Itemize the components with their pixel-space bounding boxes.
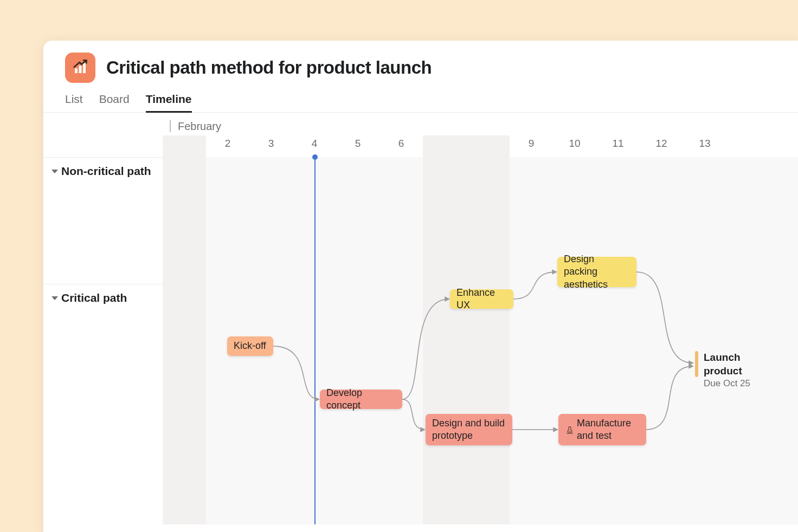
chevron-down-icon — [52, 296, 58, 300]
task-label: Develop concept — [326, 387, 396, 412]
group-label: Critical path — [61, 291, 127, 304]
date-header-cell: 6 — [393, 138, 409, 150]
project-window: Critical path method for product launch … — [43, 41, 798, 532]
task-enhance[interactable]: Enhance UX — [450, 289, 513, 309]
date-header-cell: 10 — [567, 138, 583, 150]
group-toggle-noncritical[interactable]: Non-critical path — [52, 165, 151, 178]
month-tick — [170, 120, 171, 132]
month-label: February — [178, 120, 221, 133]
tab-timeline[interactable]: Timeline — [146, 93, 192, 113]
weekend-band — [163, 135, 206, 524]
task-develop[interactable]: Develop concept — [320, 390, 402, 409]
project-title: Critical path method for product launch — [106, 57, 432, 78]
task-label: Kick-off — [234, 340, 266, 352]
milestone-title: Launch product — [704, 351, 780, 378]
chevron-down-icon — [52, 170, 58, 173]
date-header-cell: 9 — [523, 138, 539, 150]
chart-up-icon — [72, 60, 88, 76]
weekend-band — [423, 135, 510, 524]
date-header-row: 12345678910111213 — [43, 138, 798, 156]
date-header-cell: 4 — [306, 138, 323, 150]
tab-list[interactable]: List — [65, 93, 83, 113]
title-row: Critical path method for product launch — [65, 53, 776, 83]
group-label: Non-critical path — [61, 165, 151, 178]
date-header-cell: 2 — [220, 138, 236, 150]
task-manufacture[interactable]: Manufacture and test — [558, 414, 646, 445]
stamp-icon — [565, 425, 575, 438]
task-label: Design packing aesthetics — [564, 253, 630, 291]
milestone-bar — [695, 351, 698, 377]
milestone-due: Due Oct 25 — [704, 378, 780, 389]
timeline: February 12345678910111213 Non-critical … — [43, 113, 798, 524]
task-label: Manufacture and test — [577, 417, 640, 443]
view-tabs: List Board Timeline — [65, 93, 776, 113]
task-label: Design and build prototype — [432, 417, 506, 443]
header: Critical path method for product launch … — [43, 41, 798, 113]
project-icon[interactable] — [65, 53, 95, 83]
today-marker — [314, 157, 316, 524]
date-header-cell: 12 — [653, 138, 670, 150]
today-marker-dot — [312, 154, 318, 160]
task-kickoff[interactable]: Kick-off — [227, 336, 273, 356]
date-header-cell: 5 — [350, 138, 366, 150]
group-divider — [43, 284, 168, 284]
timeline-canvas[interactable]: Kick-offDevelop conceptEnhance UXDesign … — [168, 157, 798, 524]
task-label: Enhance UX — [456, 287, 507, 312]
group-toggle-critical[interactable]: Critical path — [52, 291, 127, 304]
date-header-cell: 3 — [263, 138, 279, 150]
date-header-cell: 13 — [697, 138, 713, 150]
task-designbuild[interactable]: Design and build prototype — [426, 414, 512, 445]
date-header-cell: 11 — [610, 138, 626, 150]
tab-board[interactable]: Board — [99, 93, 130, 113]
task-packing[interactable]: Design packing aesthetics — [557, 257, 636, 287]
